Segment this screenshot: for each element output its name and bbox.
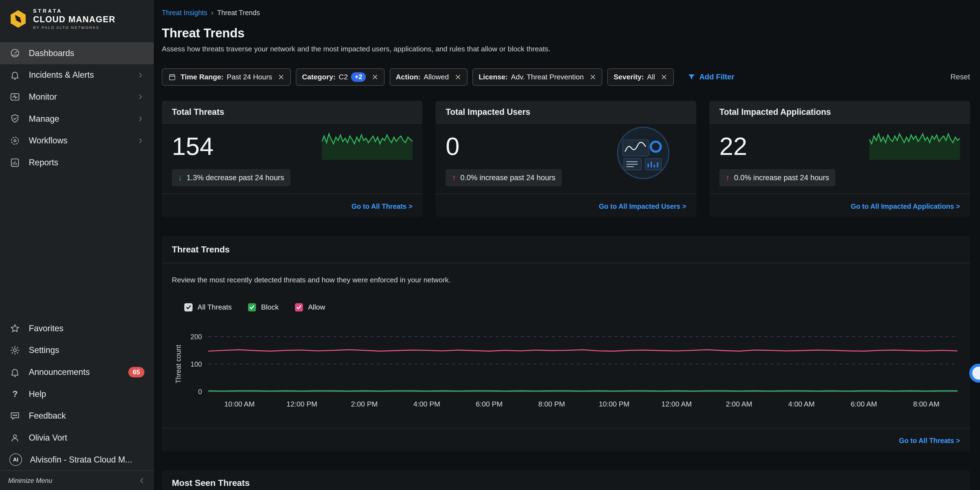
sidebar-item-label: Favorites [29, 323, 64, 333]
sidebar-item-label: Workflows [29, 136, 68, 146]
help-icon: ? [10, 388, 21, 399]
svg-text:0: 0 [198, 388, 202, 396]
breadcrumb-current: Threat Trends [217, 9, 260, 17]
sidebar-item-favorites[interactable]: Favorites [0, 318, 154, 339]
legend-allow-checkbox[interactable]: Allow [295, 303, 325, 312]
page-title: Threat Trends [162, 26, 970, 40]
sidebar-item-label: Olivia Vort [29, 433, 67, 443]
sidebar-item-label: Alvisofin - Strata Cloud M... [30, 455, 132, 465]
sidebar-item-label: Reports [29, 158, 59, 167]
filter-chip-value: Past 24 Hours [227, 73, 272, 81]
panel-description: Review the most recently detected threat… [172, 276, 960, 284]
brand-line-main: CLOUD MANAGER [33, 14, 116, 24]
filter-chip-category[interactable]: Category: C2 +2 [296, 68, 385, 86]
checkbox-checked-icon [248, 303, 256, 312]
svg-text:10:00 AM: 10:00 AM [224, 400, 255, 408]
total-impacted-applications-card: Total Impacted Applications 22 ↑ 0.0% in… [710, 101, 970, 217]
filter-chip-label: Category: [302, 73, 336, 81]
filter-chip-label: Time Range: [180, 73, 224, 81]
card-body: 154 ↓ 1.3% decrease past 24 hours [162, 124, 422, 194]
card-footer: Go to All Impacted Users > [436, 194, 696, 217]
breadcrumb-chevron-icon: › [211, 9, 213, 17]
threat-trends-chart[interactable]: 0100200Threat count10:00 AM12:00 PM2:00 … [172, 326, 960, 420]
sidebar-item-announcements[interactable]: Announcements 65 [0, 361, 154, 383]
chevron-right-icon [137, 93, 144, 100]
total-threats-card: Total Threats 154 ↓ 1.3% decrease past 2… [162, 101, 422, 217]
go-to-all-threats-link[interactable]: Go to All Threats > [352, 202, 412, 210]
minimize-menu-button[interactable]: Minimize Menu [0, 471, 154, 490]
close-icon[interactable] [589, 73, 596, 81]
sidebar-item-reports[interactable]: Reports [0, 152, 154, 173]
announcements-count-badge: 65 [128, 367, 144, 377]
go-to-all-threats-link[interactable]: Go to All Threats > [899, 437, 960, 444]
delta-text: 0.0% increase past 24 hours [734, 173, 829, 182]
panel-title: Most Seen Threats [162, 470, 970, 490]
sidebar-item-label: Dashboards [29, 48, 75, 58]
sidebar-item-incidents-alerts[interactable]: Incidents & Alerts [0, 64, 154, 86]
legend-label: Block [261, 303, 279, 312]
svg-text:100: 100 [190, 360, 202, 368]
close-icon[interactable] [455, 73, 461, 81]
chevron-right-icon [137, 72, 144, 79]
sidebar-item-settings[interactable]: Settings [0, 339, 154, 361]
chevron-left-icon [138, 477, 146, 485]
threats-sparkline [322, 131, 412, 160]
svg-text:6:00 PM: 6:00 PM [476, 400, 502, 408]
sidebar-nav: Dashboards Incidents & Alerts Monitor [0, 42, 154, 173]
sidebar-item-help[interactable]: ? Help [0, 383, 154, 405]
card-footer: Go to All Threats > [162, 194, 422, 217]
delta-chip: ↑ 0.0% increase past 24 hours [719, 169, 835, 186]
delta-text: 1.3% decrease past 24 hours [186, 173, 284, 182]
svg-text:6:00 AM: 6:00 AM [851, 400, 877, 408]
sidebar-item-user-olivia-vort[interactable]: Olivia Vort [0, 427, 154, 449]
sidebar-item-label: Help [29, 389, 46, 399]
go-to-all-impacted-applications-link[interactable]: Go to All Impacted Applications > [851, 202, 960, 210]
go-to-all-impacted-users-link[interactable]: Go to All Impacted Users > [599, 202, 686, 210]
sidebar-item-feedback[interactable]: Feedback [0, 405, 154, 427]
sidebar-item-label: Monitor [29, 92, 57, 102]
filter-chip-value: All [647, 73, 655, 81]
minimize-menu-label: Minimize Menu [8, 477, 52, 485]
svg-text:4:00 AM: 4:00 AM [788, 400, 815, 408]
panel-title: Threat Trends [162, 236, 970, 263]
close-icon[interactable] [372, 73, 379, 81]
arrow-down-icon: ↓ [178, 173, 182, 182]
breadcrumb-threat-insights-link[interactable]: Threat Insights [162, 9, 207, 17]
reset-filters-button[interactable]: Reset [950, 73, 970, 81]
close-icon[interactable] [660, 73, 667, 81]
sidebar-item-dashboards[interactable]: Dashboards [0, 42, 154, 64]
svg-text:2:00 AM: 2:00 AM [725, 400, 752, 408]
legend-all-threats-checkbox[interactable]: All Threats [184, 303, 232, 312]
category-more-badge[interactable]: +2 [351, 72, 366, 82]
card-title: Total Threats [162, 101, 422, 124]
filter-chip-action[interactable]: Action: Allowed [390, 68, 468, 86]
strata-logo-icon [9, 10, 27, 28]
card-body: 0 [436, 124, 696, 194]
close-icon[interactable] [278, 73, 285, 81]
svg-text:2:00 PM: 2:00 PM [351, 400, 377, 408]
total-impacted-users-card: Total Impacted Users 0 [436, 101, 696, 217]
svg-text:8:00 AM: 8:00 AM [913, 400, 939, 408]
filter-chip-severity[interactable]: Severity: All [607, 68, 673, 86]
threat-trends-panel: Threat Trends Review the most recently d… [162, 236, 970, 451]
tenant-avatar: AI [10, 453, 22, 466]
filter-chip-license[interactable]: License: Adv. Threat Prevention [473, 68, 602, 86]
sidebar-item-tenant-alvisofin[interactable]: AI Alvisofin - Strata Cloud M... [0, 449, 154, 471]
checkbox-checked-icon [184, 303, 192, 312]
sidebar-footer-nav: Favorites Settings Announcements 65 ? He… [0, 318, 154, 471]
sidebar-item-manage[interactable]: Manage [0, 108, 154, 130]
brand-wordmark: STRATA CLOUD MANAGER BY PALO ALTO NETWOR… [33, 8, 116, 30]
svg-text:12:00 AM: 12:00 AM [662, 400, 692, 408]
time-range-icon [168, 73, 177, 81]
filter-chip-time-range[interactable]: Time Range: Past 24 Hours [162, 68, 291, 86]
sidebar-item-workflows[interactable]: Workflows [0, 130, 154, 152]
chevron-right-icon [137, 115, 144, 123]
bell-icon [10, 367, 21, 378]
brand-logo: STRATA CLOUD MANAGER BY PALO ALTO NETWOR… [0, 0, 154, 35]
filter-chip-value: C2 [339, 73, 348, 81]
sidebar-item-label: Feedback [29, 411, 66, 421]
add-filter-button[interactable]: Add Filter [687, 73, 735, 81]
legend-block-checkbox[interactable]: Block [248, 303, 279, 312]
sidebar-item-monitor[interactable]: Monitor [0, 86, 154, 108]
card-footer: Go to All Impacted Applications > [710, 194, 970, 217]
